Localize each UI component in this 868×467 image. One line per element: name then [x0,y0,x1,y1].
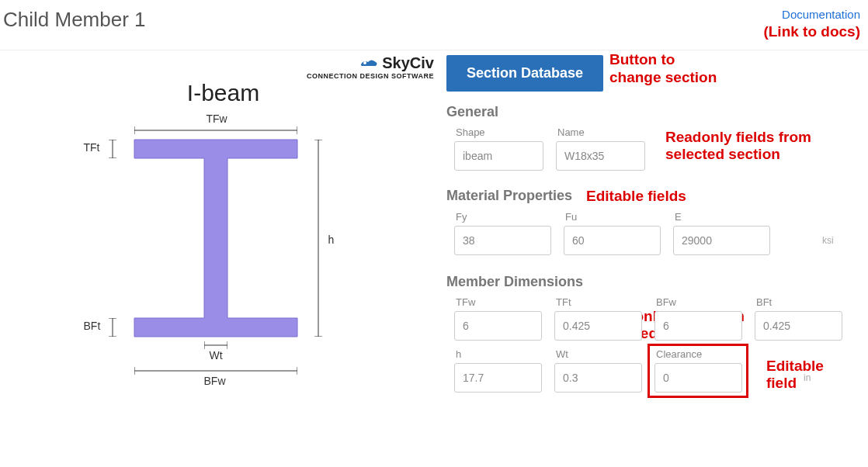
documentation-link[interactable]: Documentation [782,8,860,21]
label-shape: Shape [454,126,543,138]
label-tfw: TFw [454,296,542,308]
label-h: h [454,348,542,360]
svg-point-0 [363,61,366,64]
label-wt: Wt [554,348,642,360]
annotation-doc-link: (Link to docs) [763,23,860,40]
annotation-material: Editable fields [586,188,686,205]
dim-label-tfw: TFw [207,112,227,125]
dim-label-wt: Wt [210,349,223,361]
label-bft: BFt [755,296,842,308]
section-head-material: Material Properties [446,188,572,204]
label-tft: TFt [554,296,642,308]
section-head-dims: Member Dimensions [446,274,583,290]
label-fy: Fy [454,211,551,223]
beam-diagram: TFw TFt h [61,114,387,393]
section-database-button[interactable]: Section Database [446,55,603,92]
label-e: E [673,211,770,223]
i-beam-shape-icon [107,137,325,355]
label-name: Name [556,126,645,138]
name-field [564,150,700,162]
dim-label-bfw: BFw [204,375,226,387]
page-title: Child Member 1 [3,8,146,32]
label-fu: Fu [564,211,661,223]
skyciv-logo-icon [359,57,380,69]
unit-ksi: ksi [822,235,834,246]
logo-block: SkyCiv CONNECTION DESIGN SOFTWARE [8,55,439,80]
beam-title: I-beam [8,80,439,106]
annotation-editable-field: Editable field [766,358,824,392]
e-field[interactable] [682,234,818,247]
dim-label-tft: TFt [84,141,100,154]
bft-field [763,320,868,332]
section-head-general: General [446,104,498,120]
dim-label-bft: BFt [84,320,101,332]
logo-subtitle: CONNECTION DESIGN SOFTWARE [8,73,434,80]
dim-label-h: h [328,234,335,246]
logo-text: SkyCiv [382,55,434,71]
annotation-button: Button to change section [609,51,717,87]
label-bfw: BFw [654,296,742,308]
